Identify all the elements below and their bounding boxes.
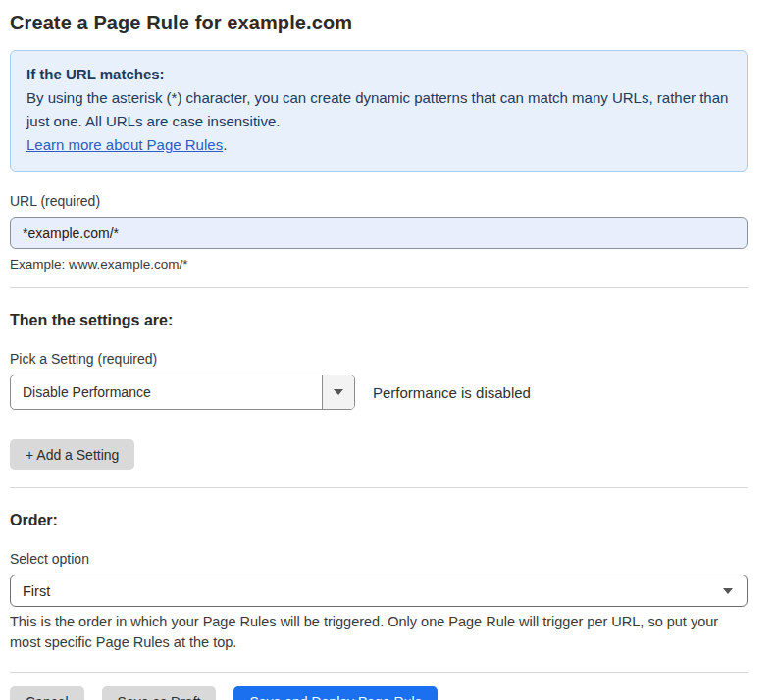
learn-more-link[interactable]: Learn more about Page Rules	[26, 136, 223, 153]
url-example-text: Example: www.example.com/*	[10, 257, 748, 272]
create-page-rule-panel: Create a Page Rule for example.com If th…	[0, 0, 775, 700]
divider	[10, 487, 748, 488]
setting-dropdown[interactable]: Disable Performance	[10, 375, 355, 410]
page-title: Create a Page Rule for example.com	[10, 12, 748, 34]
url-matches-info-box: If the URL matches: By using the asteris…	[10, 50, 748, 172]
divider	[10, 672, 748, 673]
link-suffix: .	[223, 136, 227, 153]
add-setting-button[interactable]: + Add a Setting	[10, 439, 134, 470]
cancel-button[interactable]: Cancel	[10, 686, 84, 700]
order-dropdown-value: First	[23, 583, 50, 599]
info-box-body: By using the asterisk (*) character, you…	[26, 86, 731, 133]
setting-row: Disable Performance Performance is disab…	[10, 375, 748, 410]
info-box-link-line: Learn more about Page Rules.	[26, 133, 731, 157]
footer-button-row: Cancel Save as Draft Save and Deploy Pag…	[10, 686, 748, 700]
divider	[10, 287, 748, 288]
save-and-deploy-button[interactable]: Save and Deploy Page Rule	[233, 686, 438, 700]
chevron-down-icon	[334, 389, 343, 395]
pick-setting-label: Pick a Setting (required)	[10, 351, 748, 367]
settings-section-heading: Then the settings are:	[10, 312, 748, 329]
save-as-draft-button[interactable]: Save as Draft	[102, 686, 217, 700]
url-input[interactable]	[10, 217, 748, 249]
url-field-label: URL (required)	[10, 193, 748, 209]
order-dropdown[interactable]: First	[10, 575, 748, 607]
setting-dropdown-arrow-button[interactable]	[322, 375, 354, 409]
chevron-down-icon	[723, 588, 733, 594]
order-section-heading: Order:	[10, 512, 748, 529]
setting-status-text: Performance is disabled	[373, 384, 531, 401]
setting-dropdown-value: Disable Performance	[11, 375, 322, 409]
order-select-label: Select option	[10, 551, 748, 567]
info-box-title: If the URL matches:	[26, 63, 731, 86]
order-help-text: This is the order in which your Page Rul…	[10, 612, 748, 653]
